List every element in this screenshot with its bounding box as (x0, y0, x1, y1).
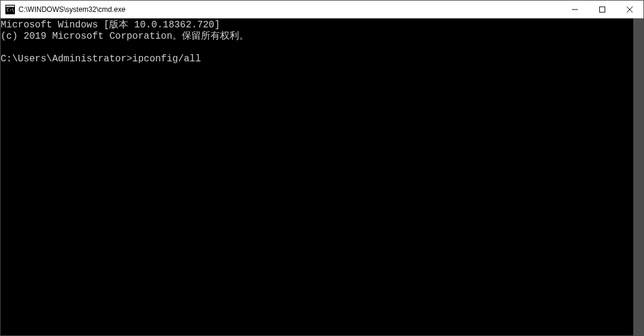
cmd-icon: C:\ (5, 5, 15, 14)
close-icon (627, 7, 633, 13)
minimize-button[interactable] (561, 1, 589, 18)
window-controls (561, 1, 643, 18)
svg-rect-4 (600, 7, 605, 12)
svg-text:C:\: C:\ (7, 8, 14, 13)
terminal-line-copyright: (c) 2019 Microsoft Corporation。保留所有权利。 (1, 31, 249, 42)
maximize-icon (599, 7, 605, 13)
terminal-command[interactable]: ipconfig/all (132, 54, 201, 64)
terminal-content[interactable]: Microsoft Windows [版本 10.0.18362.720] (c… (1, 18, 633, 335)
cmd-window: C:\ C:\WINDOWS\system32\cmd.exe (0, 0, 644, 336)
scrollbar-thumb[interactable] (633, 18, 643, 335)
terminal-body: Microsoft Windows [版本 10.0.18362.720] (c… (1, 18, 643, 335)
minimize-icon (572, 7, 578, 13)
svg-rect-1 (6, 5, 14, 7)
titlebar[interactable]: C:\ C:\WINDOWS\system32\cmd.exe (1, 1, 643, 18)
window-title: C:\WINDOWS\system32\cmd.exe (18, 5, 561, 14)
close-button[interactable] (616, 1, 643, 18)
vertical-scrollbar[interactable] (633, 18, 643, 335)
terminal-prompt: C:\Users\Administrator> (1, 54, 132, 64)
maximize-button[interactable] (589, 1, 616, 18)
terminal-line-version: Microsoft Windows [版本 10.0.18362.720] (1, 20, 220, 30)
